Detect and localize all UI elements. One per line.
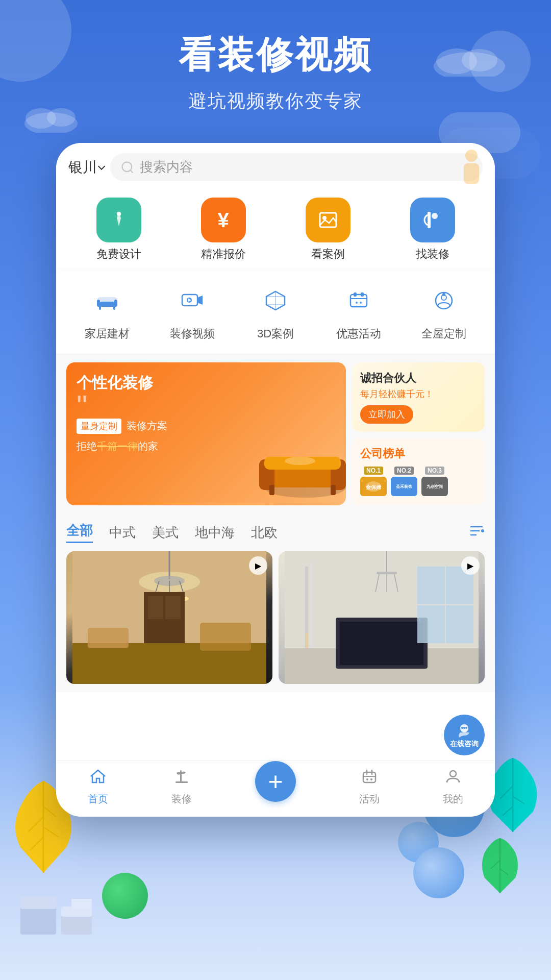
right-banners: 诚招合伙人 每月轻松赚千元！ 立即加入 公司榜单 NO.1 xyxy=(352,362,485,505)
room-image-2[interactable]: ▶ xyxy=(279,551,485,684)
search-box[interactable]: 搜索内容 xyxy=(110,153,483,181)
cases-label: 看案例 xyxy=(311,247,345,262)
phone-mockup: 银川 搜索内容 免费设计 ¥ 精准报价 xyxy=(56,143,495,817)
nav-home-label: 首页 xyxy=(88,792,108,806)
furniture-label: 家居建材 xyxy=(85,326,130,341)
tab-nordic[interactable]: 北欧 xyxy=(251,524,278,542)
svg-text:九创空间: 九创空间 xyxy=(426,484,443,489)
free-design-icon xyxy=(96,198,141,242)
svg-line-7 xyxy=(130,170,133,173)
svg-text:圣禾装饰: 圣禾装饰 xyxy=(395,484,412,489)
svg-rect-9 xyxy=(320,213,336,227)
svg-point-12 xyxy=(432,213,438,219)
partner-subtitle: 每月轻松赚千元！ xyxy=(360,388,477,400)
consult-label: 在线咨询 xyxy=(450,740,479,749)
svg-rect-22 xyxy=(350,295,367,307)
promo-label: 优惠活动 xyxy=(336,326,381,341)
partner-title: 诚招合伙人 xyxy=(360,371,477,386)
svg-point-10 xyxy=(322,216,327,220)
3d-icon xyxy=(255,280,296,321)
left-banner[interactable]: 个性化装修 " 量身定制 装修方案 拒绝千篇一律的家 xyxy=(66,362,346,505)
room-image-1-inner: ▶ xyxy=(66,551,272,684)
nav-plus[interactable]: + xyxy=(255,771,296,802)
svg-rect-69 xyxy=(310,561,313,648)
price-label: 精准报价 xyxy=(201,247,246,262)
sofa-illustration xyxy=(254,431,346,503)
consult-button[interactable]: 在线咨询 xyxy=(444,715,485,755)
menu-video[interactable]: 装修视频 xyxy=(170,280,215,341)
svg-rect-39 xyxy=(464,163,479,184)
rank-logo-2: 圣禾装饰 xyxy=(391,477,417,496)
rank-badge-2: NO.2 xyxy=(394,467,414,475)
tab-all[interactable]: 全部 xyxy=(66,522,93,543)
rank-banner[interactable]: 公司榜单 NO.1 金保姆 NO.2 xyxy=(352,438,485,505)
room-image-1[interactable]: ▶ xyxy=(66,551,272,684)
svg-rect-62 xyxy=(165,596,181,619)
deco-blocks xyxy=(15,876,107,939)
consult-icon xyxy=(455,721,473,740)
svg-point-6 xyxy=(122,162,132,172)
tab-mediterranean[interactable]: 地中海 xyxy=(195,524,235,542)
banner-area: 个性化装修 " 量身定制 装修方案 拒绝千篇一律的家 xyxy=(56,354,495,513)
svg-point-26 xyxy=(360,302,362,304)
rank-logos: NO.1 金保姆 NO.2 圣禾装饰 xyxy=(360,467,477,496)
svg-point-89 xyxy=(370,778,372,780)
menu-cases[interactable]: 看案例 xyxy=(306,198,350,262)
nav-home[interactable]: 首页 xyxy=(88,767,108,806)
svg-rect-61 xyxy=(148,596,163,619)
left-banner-title: 个性化装修 xyxy=(77,373,336,394)
left-banner-desc: 装修方案 xyxy=(127,420,167,431)
icon-row-2: 家居建材 装修视频 3D案例 xyxy=(56,270,495,354)
tab-american[interactable]: 美式 xyxy=(152,524,179,542)
person-illustration xyxy=(456,148,487,189)
svg-point-90 xyxy=(450,771,456,777)
menu-free-design[interactable]: 免费设计 xyxy=(96,198,141,262)
deco-sphere-green xyxy=(102,873,148,919)
free-design-label: 免费设计 xyxy=(96,247,141,262)
nav-activity[interactable]: 活动 xyxy=(359,767,380,806)
svg-text:金保姆: 金保姆 xyxy=(365,484,382,490)
left-banner-tag: 量身定制 xyxy=(77,419,121,434)
svg-point-29 xyxy=(442,293,445,296)
menu-3d[interactable]: 3D案例 xyxy=(255,280,296,341)
cases-icon xyxy=(306,198,350,242)
rank-item-2: NO.2 圣禾装饰 xyxy=(391,467,417,496)
join-button[interactable]: 立即加入 xyxy=(360,405,413,424)
filter-sort-icon[interactable] xyxy=(468,523,485,543)
sub-title: 避坑视频教你变专家 xyxy=(0,89,551,114)
partner-banner[interactable]: 诚招合伙人 每月轻松赚千元！ 立即加入 xyxy=(352,362,485,432)
menu-find-decoration[interactable]: 找装修 xyxy=(410,198,455,262)
menu-price[interactable]: ¥ 精准报价 xyxy=(201,198,246,262)
svg-rect-24 xyxy=(361,292,364,297)
svg-point-88 xyxy=(366,778,368,780)
search-icon xyxy=(120,160,135,175)
svg-rect-86 xyxy=(180,770,182,781)
deco-sphere-blue3 xyxy=(413,847,464,898)
main-title: 看装修视频 xyxy=(0,31,551,80)
menu-promo[interactable]: 优惠活动 xyxy=(336,280,381,341)
nav-mine[interactable]: 我的 xyxy=(443,767,463,806)
city-name: 银川 xyxy=(68,158,97,177)
tab-chinese[interactable]: 中式 xyxy=(109,524,136,542)
menu-custom[interactable]: 全屋定制 xyxy=(421,280,466,341)
rank-item-1: NO.1 金保姆 xyxy=(360,467,387,496)
city-selector[interactable]: 银川 xyxy=(68,158,104,177)
svg-rect-14 xyxy=(100,302,114,307)
play-button-2[interactable]: ▶ xyxy=(461,556,480,575)
3d-label: 3D案例 xyxy=(257,326,294,341)
custom-label: 全屋定制 xyxy=(421,326,466,341)
rank-logo-1: 金保姆 xyxy=(360,477,387,496)
activity-icon xyxy=(360,767,379,790)
svg-rect-18 xyxy=(114,300,117,307)
svg-rect-104 xyxy=(20,896,56,909)
svg-rect-80 xyxy=(306,633,308,648)
svg-rect-87 xyxy=(363,772,375,782)
nav-decoration[interactable]: 装修 xyxy=(171,767,192,806)
rank-logo-3: 九创空间 xyxy=(421,477,448,496)
deco-leaf-green xyxy=(480,837,520,898)
play-button-1[interactable]: ▶ xyxy=(249,556,267,575)
rank-title: 公司榜单 xyxy=(360,446,477,461)
svg-rect-103 xyxy=(20,906,56,935)
menu-furniture[interactable]: 家居建材 xyxy=(85,280,130,341)
svg-rect-35 xyxy=(269,485,274,495)
